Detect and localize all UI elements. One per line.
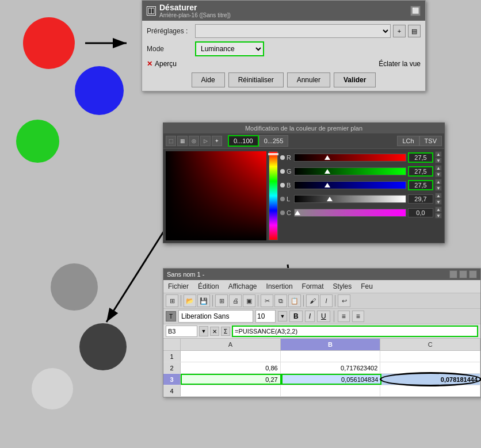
toolbar-italic-btn[interactable]: I xyxy=(320,294,333,307)
c-down-arrow[interactable]: ▼ xyxy=(435,213,442,219)
cell-c1[interactable] xyxy=(380,351,480,362)
desaturer-titlebar: Désaturer Arrière-plan-16 ([Sans titre])… xyxy=(142,1,425,21)
color-mode-buttons: LCh TSV xyxy=(397,136,442,146)
calc-minimize[interactable] xyxy=(449,270,457,278)
cell-c3[interactable]: 0,078181444 xyxy=(381,374,480,385)
toolbar-clone-btn[interactable]: ⧉ xyxy=(274,294,287,307)
toolbar-paste-btn[interactable]: 📋 xyxy=(288,294,301,307)
prereglages-add-button[interactable]: + xyxy=(393,25,406,37)
color-tool-4[interactable]: ▷ xyxy=(200,136,211,146)
menu-feu[interactable]: Feu xyxy=(356,281,377,292)
r-down-arrow[interactable]: ▼ xyxy=(435,158,442,163)
font-size-box[interactable]: 10 xyxy=(255,310,276,323)
color-tool-5[interactable]: ✦ xyxy=(212,136,222,146)
prereglages-menu-button[interactable]: ▤ xyxy=(408,25,421,37)
color-tool-2[interactable]: ▦ xyxy=(177,136,188,146)
g-up-arrow[interactable]: ▲ xyxy=(435,165,442,171)
c-up-arrow[interactable]: ▲ xyxy=(435,206,442,212)
color-range-buttons: 0...100 0...255 xyxy=(228,135,288,147)
hue-slider[interactable] xyxy=(269,151,278,240)
b-down-arrow[interactable]: ▼ xyxy=(435,185,442,191)
desaturer-close-button[interactable]: ⬜ xyxy=(410,6,421,16)
formula-sum-btn[interactable]: Σ xyxy=(221,327,230,336)
g-dot xyxy=(280,169,285,174)
cell-reference-box[interactable]: B3 xyxy=(166,326,197,337)
col-header-c[interactable]: C xyxy=(380,339,480,350)
valider-button[interactable]: Valider xyxy=(334,72,376,87)
cell-b3[interactable]: 0,056104834 xyxy=(281,374,382,385)
col-header-a[interactable]: A xyxy=(181,339,281,350)
cell-a1[interactable] xyxy=(181,351,281,362)
color-tool-3[interactable]: ◎ xyxy=(189,136,199,146)
toolbar-save-btn[interactable]: 💾 xyxy=(197,294,210,307)
lch-button[interactable]: LCh xyxy=(397,136,419,146)
cell-a4[interactable] xyxy=(181,385,281,396)
font-name-box[interactable]: Liberation Sans xyxy=(178,310,253,323)
l-slider-track[interactable] xyxy=(294,195,406,203)
l-up-arrow[interactable]: ▲ xyxy=(435,193,442,198)
toolbar-grid-btn[interactable]: ⊞ xyxy=(166,294,178,307)
cell-a3[interactable]: 0,27 xyxy=(181,374,281,385)
formula-cancel-btn[interactable]: ✕ xyxy=(210,327,219,336)
toolbar-cut-btn[interactable]: ✂ xyxy=(261,294,273,307)
menu-fichier[interactable]: Fichier xyxy=(163,281,193,292)
menu-affichage[interactable]: Affichage xyxy=(224,281,262,292)
g-slider-track[interactable] xyxy=(294,167,406,175)
cell-ref-text: B3 xyxy=(168,328,175,335)
font-size-dropdown[interactable]: ▼ xyxy=(278,311,287,321)
toolbar-open-btn[interactable]: 📂 xyxy=(184,294,196,307)
aide-button[interactable]: Aide xyxy=(192,72,225,87)
b-slider-track[interactable] xyxy=(294,181,406,189)
tsv-button[interactable]: TSV xyxy=(419,136,442,146)
toolbar-preview-btn[interactable]: ▣ xyxy=(243,294,255,307)
cell-c2[interactable] xyxy=(380,362,480,373)
align-right-btn[interactable]: ≡ xyxy=(352,311,364,322)
l-down-arrow[interactable]: ▼ xyxy=(435,199,442,205)
color-tool-1[interactable]: ⬚ xyxy=(166,136,176,146)
cell-ref-dropdown[interactable]: ▼ xyxy=(199,326,208,336)
cell-b4[interactable] xyxy=(281,385,381,396)
cell-b2[interactable]: 0,717623402 xyxy=(281,362,381,373)
g-down-arrow[interactable]: ▼ xyxy=(435,171,442,177)
cell-b1[interactable] xyxy=(281,351,381,362)
annuler-button[interactable]: Annuler xyxy=(287,72,330,87)
r-up-arrow[interactable]: ▲ xyxy=(435,151,442,157)
toolbar-print-btn[interactable]: 🖨 xyxy=(229,294,242,307)
toolbar-undo-btn[interactable]: ↩ xyxy=(338,294,350,307)
apercu-label[interactable]: ✕ Aperçu xyxy=(147,60,177,68)
color-gradient-square[interactable] xyxy=(166,151,266,240)
cell-c4[interactable] xyxy=(380,385,480,396)
calc-window-controls xyxy=(449,270,477,278)
reinitialiser-button[interactable]: Réinitialiser xyxy=(228,72,284,87)
eclater-label[interactable]: Éclater la vue xyxy=(379,60,421,68)
cell-a2[interactable]: 0,86 xyxy=(181,362,281,373)
grid-header-row: A B C xyxy=(163,339,480,351)
col-header-b[interactable]: B xyxy=(281,339,381,350)
calc-close[interactable] xyxy=(469,270,477,278)
mode-select[interactable]: Luminance xyxy=(195,41,264,56)
b-up-arrow[interactable]: ▲ xyxy=(435,179,442,185)
range-0-100-button[interactable]: 0...100 xyxy=(228,135,259,147)
calc-maximize[interactable] xyxy=(459,270,467,278)
c-slider-thumb xyxy=(295,210,300,215)
underline-button[interactable]: U xyxy=(317,311,330,322)
color-gradient-overlay xyxy=(166,151,266,240)
range-0-255-button[interactable]: 0...255 xyxy=(259,135,289,147)
r-slider-track[interactable] xyxy=(294,154,406,162)
r-slider-row: R 27,5 ▲ ▼ xyxy=(280,151,442,163)
font-icon: T xyxy=(166,311,176,321)
bold-button[interactable]: B xyxy=(289,311,303,322)
r-value: 27,5 xyxy=(408,152,433,163)
c-slider-track[interactable] xyxy=(294,209,406,217)
menu-edition[interactable]: Édition xyxy=(193,281,224,292)
toolbar-paint-btn[interactable]: 🖌 xyxy=(306,294,319,307)
prereglages-select[interactable] xyxy=(195,24,391,38)
menu-styles[interactable]: Styles xyxy=(329,281,357,292)
align-left-btn[interactable]: ≡ xyxy=(338,311,350,322)
l-scroll-arrows: ▲ ▼ xyxy=(435,193,442,205)
toolbar-copy-btn[interactable]: ⊞ xyxy=(215,294,228,307)
italic-button[interactable]: I xyxy=(305,311,315,322)
menu-insertion[interactable]: Insertion xyxy=(262,281,297,292)
formula-input[interactable]: =PUISSANCE(A3;2,2) xyxy=(232,326,478,337)
menu-format[interactable]: Format xyxy=(297,281,329,292)
